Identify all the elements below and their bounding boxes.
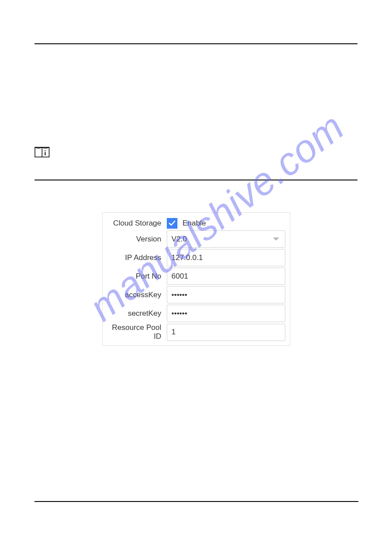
resource-pool-row: Resource Pool ID (107, 323, 285, 341)
svg-rect-2 (45, 152, 46, 155)
svg-rect-1 (45, 150, 46, 151)
cloud-storage-row: Cloud Storage Enable (107, 218, 285, 229)
port-no-row: Port No (107, 268, 285, 285)
port-no-input[interactable] (167, 268, 285, 285)
mid-divider (35, 180, 357, 180)
access-key-input[interactable] (167, 286, 285, 303)
checkmark-icon (169, 220, 176, 227)
resource-pool-input[interactable] (167, 324, 285, 341)
enable-checkbox-group: Enable (167, 218, 285, 229)
page-content: Cloud Storage Enable Version V2.0 (0, 0, 392, 364)
top-divider (35, 43, 357, 44)
ip-address-input[interactable] (167, 249, 285, 266)
ip-address-row: IP Address (107, 249, 285, 266)
bottom-divider (35, 501, 358, 502)
secret-key-input[interactable] (167, 305, 285, 322)
enable-checkbox[interactable] (167, 218, 177, 229)
cloud-storage-form: Cloud Storage Enable Version V2.0 (102, 212, 290, 346)
ip-address-label: IP Address (107, 253, 167, 262)
enable-label: Enable (183, 219, 206, 228)
port-no-label: Port No (107, 272, 167, 281)
version-select-wrap: V2.0 (167, 230, 285, 248)
info-book-icon (35, 147, 50, 157)
info-icon-container (35, 147, 357, 159)
secret-key-label: secretKey (107, 309, 167, 318)
access-key-label: accessKey (107, 291, 167, 299)
version-select[interactable]: V2.0 (167, 230, 285, 248)
resource-pool-label: Resource Pool ID (107, 323, 167, 341)
access-key-row: accessKey (107, 286, 285, 303)
cloud-storage-label: Cloud Storage (107, 219, 167, 228)
version-row: Version V2.0 (107, 230, 285, 248)
secret-key-row: secretKey (107, 305, 285, 322)
version-label: Version (107, 235, 167, 244)
